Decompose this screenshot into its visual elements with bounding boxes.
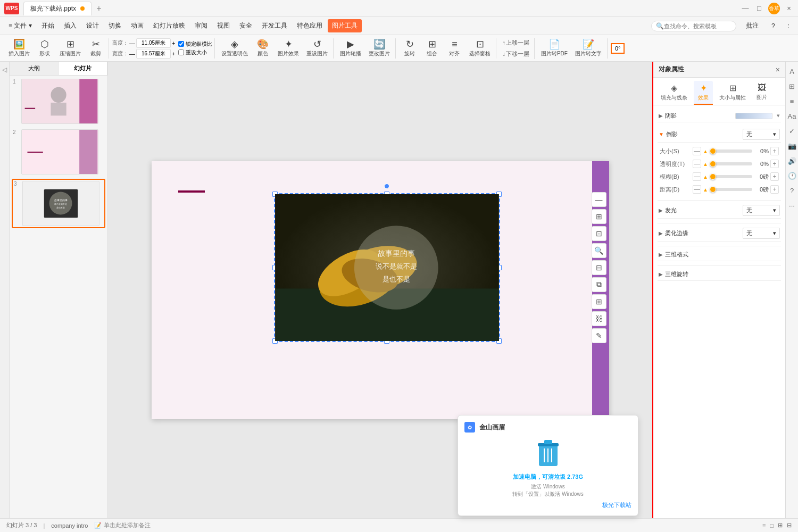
menu-view[interactable]: 视图 xyxy=(213,19,234,32)
blur-plus[interactable]: + xyxy=(770,172,779,181)
crop-tool[interactable]: ⊞ xyxy=(592,209,606,224)
picture-effects-button[interactable]: ✦ 图片效果 xyxy=(275,38,302,59)
distance-minus[interactable]: — xyxy=(693,185,701,194)
copy-tool[interactable]: ⧉ xyxy=(592,277,606,292)
width-plus[interactable]: + xyxy=(172,51,175,57)
width-minus[interactable]: — xyxy=(129,51,135,57)
rs-icon-2[interactable]: ≡ xyxy=(787,96,797,106)
compress-button[interactable]: ⊞ 压缩图片 xyxy=(56,38,84,59)
zoom-out-tool[interactable]: — xyxy=(592,192,606,207)
comment-button[interactable]: 批注 xyxy=(742,19,763,32)
height-minus[interactable]: — xyxy=(129,40,135,46)
view-reader-icon[interactable]: ⊟ xyxy=(787,522,792,529)
transparency-slider[interactable] xyxy=(710,162,752,165)
group-button[interactable]: ⊞ 组合 xyxy=(421,38,443,59)
three-d-rotation-header[interactable]: ▶ 三维旋转 xyxy=(658,268,781,281)
menu-search-box[interactable]: 🔍 xyxy=(651,21,736,31)
up-one-button[interactable]: ↑ 上移一层 xyxy=(500,38,532,48)
rs-icon-7[interactable]: 🕐 xyxy=(787,170,797,181)
maximize-button[interactable]: □ xyxy=(754,4,764,13)
to-pdf-button[interactable]: 📄 图片转PDF xyxy=(538,38,571,59)
frame-tool[interactable]: ⊟ xyxy=(592,260,606,275)
rp-tab-picture[interactable]: 🖼 图片 xyxy=(752,81,771,105)
reflection-select[interactable]: 无 ▾ xyxy=(743,129,780,140)
lock-ratio-checkbox[interactable] xyxy=(178,41,184,47)
menu-picture-tools[interactable]: 图片工具 xyxy=(328,19,362,32)
slide-item-2[interactable]: 2 xyxy=(12,128,105,176)
view-list-icon[interactable]: ≡ xyxy=(762,522,766,529)
menu-special[interactable]: 特色应用 xyxy=(293,19,327,32)
user-avatar[interactable]: 香草 xyxy=(768,3,780,14)
view-grid-icon[interactable]: ⊞ xyxy=(778,522,783,529)
rp-close-button[interactable]: × xyxy=(776,65,780,74)
align-button[interactable]: ≡ 对齐 xyxy=(444,38,465,59)
change-picture-button[interactable]: 🔄 更改图片 xyxy=(365,38,393,59)
minimize-button[interactable]: — xyxy=(741,4,750,13)
rp-tab-size[interactable]: ⊞ 大小与属性 xyxy=(715,81,750,105)
soft-edges-section-header[interactable]: ▶ 柔化边缘 无 ▾ xyxy=(658,226,781,242)
search-input[interactable] xyxy=(664,23,728,29)
aspect-tool[interactable]: ⊡ xyxy=(592,226,606,241)
menu-review[interactable]: 审阅 xyxy=(190,19,212,32)
slide-item-1[interactable]: 1 xyxy=(12,78,105,125)
down-one-button[interactable]: ↓ 下移一层 xyxy=(500,49,532,59)
zoom-in-tool[interactable]: 🔍 xyxy=(592,243,606,258)
edit-tool[interactable]: ✎ xyxy=(592,328,606,343)
to-text-button[interactable]: 📝 图片转文字 xyxy=(572,38,605,59)
three-d-format-header[interactable]: ▶ 三维格式 xyxy=(658,248,781,261)
rs-icon-4[interactable]: ✓ xyxy=(787,126,797,136)
rs-icon-6[interactable]: 🔊 xyxy=(787,155,797,166)
height-input[interactable] xyxy=(136,38,171,48)
menu-toggle[interactable]: ≡ 文件 ▾ xyxy=(4,19,36,32)
carousel-button[interactable]: ▶ 图片轮播 xyxy=(337,38,364,59)
rs-icon-5[interactable]: 📷 xyxy=(787,140,797,151)
link-tool[interactable]: ⛓ xyxy=(592,311,606,326)
menu-animation[interactable]: 动画 xyxy=(127,19,148,32)
menu-insert[interactable]: 插入 xyxy=(60,19,81,32)
crop-button[interactable]: ✂ 裁剪 xyxy=(85,38,106,59)
lock-ratio-group[interactable]: 锁定纵横比 xyxy=(178,40,212,48)
reset-size-checkbox[interactable] xyxy=(178,49,184,55)
menu-security[interactable]: 安全 xyxy=(235,19,256,32)
insert-picture-button[interactable]: 🖼️ 插入图片 xyxy=(5,38,33,59)
transparency-minus[interactable]: — xyxy=(693,160,701,168)
menu-transition[interactable]: 切换 xyxy=(104,19,126,32)
menu-start[interactable]: 开始 xyxy=(37,19,59,32)
active-tab[interactable]: 极光下载站.pptx xyxy=(23,2,92,15)
rs-icon-9[interactable]: ··· xyxy=(787,200,797,211)
help-button[interactable]: ? xyxy=(767,20,779,32)
add-note[interactable]: 单击此处添加备注 xyxy=(104,521,151,529)
glow-section-header[interactable]: ▶ 发光 无 ▾ xyxy=(658,203,781,219)
rp-tab-fill[interactable]: ◈ 填充与线条 xyxy=(656,81,692,105)
width-input[interactable] xyxy=(136,49,171,59)
slide-item-3[interactable]: 3 故事里的事 说不是就不是 是也不是 xyxy=(12,179,105,228)
menu-dev-tools[interactable]: 开发工具 xyxy=(257,19,292,32)
close-button[interactable]: × xyxy=(784,4,794,13)
rs-icon-0[interactable]: A xyxy=(787,66,797,77)
rs-icon-8[interactable]: ? xyxy=(787,185,797,196)
rp-tab-effects[interactable]: ✦ 效果 xyxy=(694,81,713,105)
add-tab-button[interactable]: + xyxy=(93,2,105,15)
size-plus[interactable]: + xyxy=(770,147,779,155)
reflection-section-header[interactable]: ▼ 倒影 无 ▾ xyxy=(658,127,781,143)
rotate-handle[interactable] xyxy=(384,184,389,189)
menu-slideshow[interactable]: 幻灯片放映 xyxy=(149,19,189,32)
rs-icon-1[interactable]: ⊞ xyxy=(787,81,797,92)
more-button[interactable]: : xyxy=(784,20,794,32)
blur-slider[interactable] xyxy=(710,175,752,178)
menu-design[interactable]: 设计 xyxy=(82,19,103,32)
rs-icon-3[interactable]: Aa xyxy=(787,111,797,121)
blur-minus[interactable]: — xyxy=(693,172,701,181)
tab-outline[interactable]: 大纲 xyxy=(10,62,59,75)
tab-slides[interactable]: 幻灯片 xyxy=(59,62,107,75)
select-grid-button[interactable]: ⊡ 选择窗格 xyxy=(466,38,494,59)
distance-plus[interactable]: + xyxy=(770,185,779,194)
rotate-button[interactable]: ↻ 旋转 xyxy=(399,38,420,59)
reset-size-group[interactable]: 重设大小 xyxy=(178,49,212,56)
nav-collapse[interactable]: ◁ xyxy=(1,66,9,73)
color-button[interactable]: 🎨 颜色 xyxy=(252,38,273,59)
image-frame[interactable]: 故事里的事 说不是就不是 是也不是 xyxy=(274,193,500,342)
size-minus[interactable]: — xyxy=(693,147,701,155)
shadow-section-header[interactable]: ▶ 阴影 ▾ xyxy=(658,110,781,122)
height-plus[interactable]: + xyxy=(172,40,175,46)
